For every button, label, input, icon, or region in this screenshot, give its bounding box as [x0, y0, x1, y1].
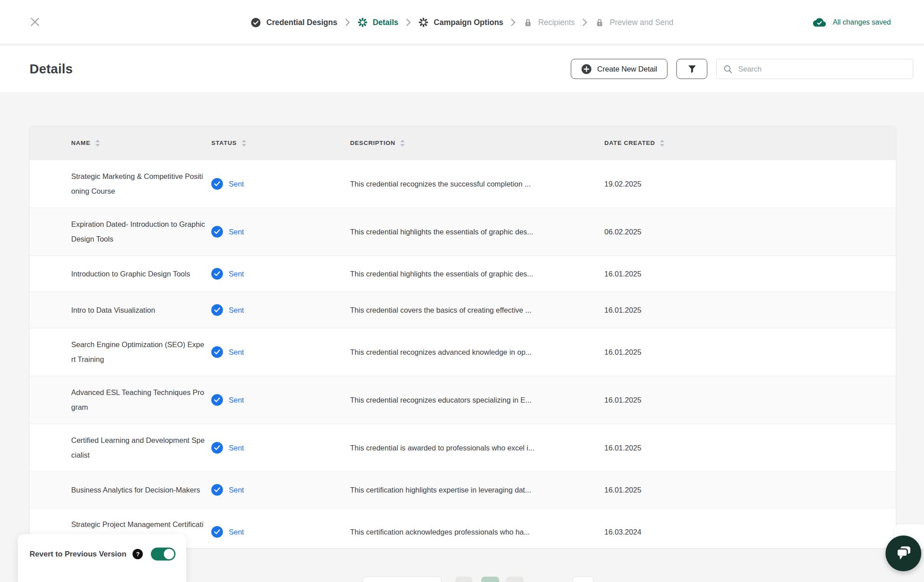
column-label: DATE CREATED — [604, 140, 655, 146]
chevron-right-icon — [345, 18, 350, 26]
sent-check-icon — [211, 442, 223, 454]
column-header-status[interactable]: STATUS — [211, 140, 350, 147]
sort-icon — [400, 140, 405, 147]
sent-check-icon — [211, 226, 223, 238]
status-cell: Sent — [211, 442, 350, 454]
credential-name: Search Engine Optimization (SEO) Expert … — [71, 328, 205, 376]
credential-description: This credential recognizes advanced know… — [350, 348, 604, 357]
table-row[interactable]: Expiration Dated- Introduction to Graphi… — [30, 208, 896, 255]
column-header-description[interactable]: DESCRIPTION — [350, 140, 604, 147]
date-created: 19.02.2025 — [604, 180, 896, 188]
chat-button[interactable] — [886, 535, 921, 571]
page-title: Details — [30, 62, 73, 76]
table-row[interactable]: Business Analytics for Decision-Makers S… — [30, 472, 896, 508]
status-link[interactable]: Sent — [229, 528, 244, 536]
table-row[interactable]: Strategic Marketing & Competitive Positi… — [30, 160, 896, 208]
column-header-date-created[interactable]: DATE CREATED — [604, 140, 896, 147]
table-header-row: NAME STATUS DESCRIPTION DATE CREATED — [30, 126, 896, 160]
status-cell: Sent — [211, 394, 350, 406]
table-row[interactable]: Search Engine Optimization (SEO) Expert … — [30, 328, 896, 376]
status-link[interactable]: Sent — [229, 228, 244, 236]
filter-funnel-icon — [687, 64, 697, 74]
search-box — [716, 59, 913, 79]
breadcrumb-label: Details — [372, 18, 398, 27]
status-link[interactable]: Sent — [229, 396, 244, 404]
sent-check-icon — [211, 268, 223, 280]
status-link[interactable]: Sent — [229, 348, 244, 357]
breadcrumb-label: Recipients — [538, 18, 575, 27]
header-actions: Create New Detail — [571, 59, 913, 79]
table-row[interactable]: Introduction to Graphic Design Tools Sen… — [30, 255, 896, 292]
date-created: 16.01.2025 — [604, 444, 896, 452]
next-page-button[interactable] — [573, 577, 594, 582]
sent-check-icon — [211, 484, 223, 496]
table-row[interactable]: Advanced ESL Teaching Techniques Program… — [30, 376, 896, 424]
breadcrumb-preview-and-send: Preview and Send — [595, 18, 673, 27]
search-input[interactable] — [738, 65, 907, 73]
credential-description: This credential is awarded to profession… — [350, 444, 604, 452]
status-cell: Sent — [211, 178, 350, 190]
status-cell: Sent — [211, 346, 350, 358]
chevron-right-icon — [511, 18, 516, 26]
date-created: 16.01.2025 — [604, 486, 896, 494]
help-icon[interactable]: ? — [133, 549, 143, 559]
create-new-detail-button[interactable]: Create New Detail — [571, 59, 667, 79]
credential-description: This credential covers the basics of cre… — [350, 306, 604, 314]
revert-toggle[interactable] — [151, 548, 175, 561]
date-created: 16.01.2025 — [604, 306, 896, 314]
breadcrumb-label: Preview and Send — [610, 18, 673, 27]
create-new-detail-label: Create New Detail — [597, 65, 657, 73]
breadcrumb-label: Credential Designs — [266, 18, 338, 27]
top-navigation-bar: Credential Designs Details Campaign Opti… — [0, 0, 924, 45]
sent-check-icon — [211, 346, 223, 358]
credential-name: Intro to Data Visualization — [71, 294, 205, 327]
status-cell: Sent — [211, 226, 350, 238]
revert-label: Revert to Previous Version — [30, 550, 126, 559]
credential-description: This credential highlights the essential… — [350, 270, 604, 278]
credential-description: This credential highlights the essential… — [350, 228, 604, 236]
breadcrumb-credential-designs[interactable]: Credential Designs — [251, 17, 338, 28]
chevron-right-icon — [582, 18, 587, 26]
date-created: 16.01.2025 — [604, 270, 896, 278]
status-cell: Sent — [211, 484, 350, 496]
credential-description: This certification highlights expertise … — [350, 486, 604, 494]
page-button[interactable] — [455, 577, 472, 582]
status-link[interactable]: Sent — [229, 306, 244, 314]
breadcrumb-label: Campaign Options — [434, 18, 504, 27]
date-created: 16.03.2024 — [604, 528, 896, 536]
revert-version-card: Revert to Previous Version ? — [18, 534, 186, 582]
rows-per-page-select[interactable] — [363, 577, 441, 582]
check-circle-icon — [251, 17, 261, 28]
date-created: 06.02.2025 — [604, 228, 896, 236]
status-link[interactable]: Sent — [229, 180, 244, 188]
breadcrumb-details[interactable]: Details — [357, 17, 398, 27]
table-row[interactable]: Intro to Data Visualization Sent This cr… — [30, 292, 896, 328]
filter-button[interactable] — [676, 59, 707, 79]
status-link[interactable]: Sent — [229, 444, 244, 452]
table-body: Strategic Marketing & Competitive Positi… — [30, 160, 896, 548]
status-cell: Sent — [211, 526, 350, 538]
progress-icon — [419, 17, 428, 27]
sort-icon — [241, 140, 247, 147]
credential-description: This credential recognizes educators spe… — [350, 396, 604, 404]
date-created: 16.01.2025 — [604, 396, 896, 404]
page-button[interactable] — [506, 577, 524, 582]
credential-description: This certification acknowledges professi… — [350, 528, 604, 536]
table-row[interactable]: Certified Learning and Development Speci… — [30, 424, 896, 472]
plus-circle-icon — [581, 64, 592, 74]
sent-check-icon — [211, 526, 223, 538]
sent-check-icon — [211, 178, 223, 190]
save-status: All changes saved — [813, 0, 891, 45]
status-link[interactable]: Sent — [229, 486, 244, 494]
column-header-name[interactable]: NAME — [71, 140, 211, 147]
close-icon[interactable] — [28, 15, 42, 29]
search-icon — [723, 64, 733, 74]
current-page-button[interactable] — [481, 577, 499, 582]
credential-name: Advanced ESL Teaching Techniques Program — [71, 376, 205, 424]
details-table: NAME STATUS DESCRIPTION DATE CREATED Str… — [29, 126, 896, 548]
breadcrumb-campaign-options[interactable]: Campaign Options — [419, 17, 504, 27]
breadcrumb: Credential Designs Details Campaign Opti… — [251, 0, 673, 45]
status-link[interactable]: Sent — [229, 270, 244, 278]
lock-icon — [523, 18, 533, 27]
toggle-knob — [164, 549, 174, 559]
